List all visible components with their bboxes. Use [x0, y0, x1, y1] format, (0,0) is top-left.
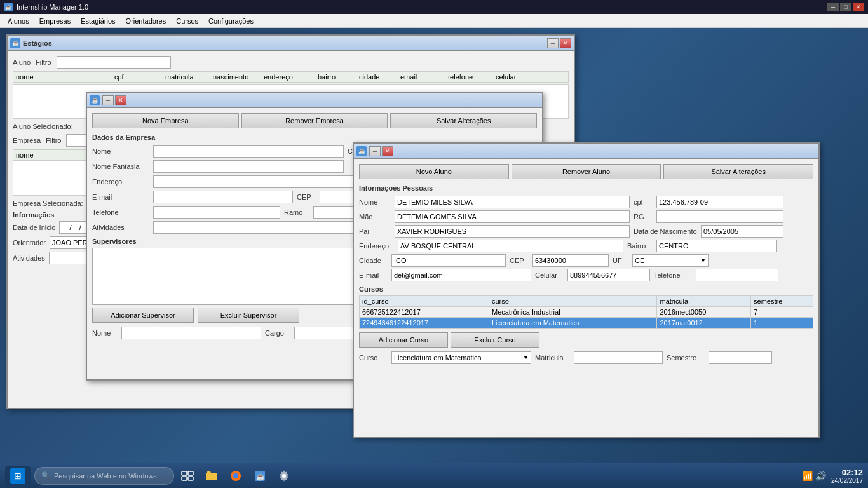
svg-rect-0 [182, 471, 187, 475]
nome-label: Nome [359, 198, 391, 206]
aluno-buttons: Novo Aluno Remover Aluno Salvar Alteraçõ… [359, 164, 813, 179]
empresa-close[interactable]: ✕ [115, 95, 126, 105]
bairro-input[interactable] [656, 240, 777, 252]
nascimento-input[interactable] [701, 225, 783, 238]
empresa-col-nome: nome [16, 151, 34, 159]
app-icon: ☕ [4, 3, 13, 11]
menu-cursos[interactable]: Cursos [171, 16, 203, 26]
search-icon: 🔍 [41, 471, 50, 480]
course-cell-id_curso: 72494346122412017 [360, 318, 489, 329]
uf-input[interactable] [632, 254, 709, 267]
remover-aluno-button[interactable]: Remover Aluno [512, 164, 661, 179]
file-explorer-icon[interactable] [202, 466, 221, 485]
search-placeholder: Pesquisar na Web e no Windows [54, 472, 157, 480]
aluno-content: Novo Aluno Remover Aluno Salvar Alteraçõ… [354, 159, 818, 369]
nascimento-label: Data de Nascimento [634, 227, 697, 235]
firefox-icon[interactable] [226, 466, 245, 485]
rg-label: RG [634, 213, 653, 220]
col-cpf: cpf [114, 73, 165, 81]
cpf-input[interactable] [656, 196, 783, 208]
remover-empresa-button[interactable]: Remover Empresa [241, 113, 388, 128]
empresa-selecionada-label: Empresa Selecionada: [13, 200, 83, 207]
cidade-cep-uf-row: Cidade CEP UF ▼ [359, 254, 813, 267]
col-id-curso: id_curso [360, 296, 489, 307]
endereco-input[interactable] [398, 240, 623, 252]
mae-input[interactable] [395, 210, 630, 223]
salvar-aluno-button[interactable]: Salvar Alterações [663, 164, 813, 179]
nome-input[interactable] [395, 196, 630, 208]
empresa-fantasia-label: Nome Fantasia [92, 163, 149, 170]
col-cidade: cidade [359, 73, 400, 81]
cep-label: CEP [510, 257, 529, 264]
menu-estagiarios[interactable]: Estagiários [76, 16, 120, 26]
excluir-supervisor-button[interactable]: Excluir Supervisor [198, 308, 299, 323]
empresa-window-controls: ─ ✕ [102, 95, 126, 105]
menu-configuracoes[interactable]: Configurações [203, 16, 259, 26]
nome-cpf-row: Nome cpf [359, 196, 813, 208]
titlebar-controls: ─ □ ✕ [827, 3, 864, 11]
aluno-minimize[interactable]: ─ [369, 146, 381, 156]
nova-empresa-button[interactable]: Nova Empresa [92, 113, 239, 128]
novo-aluno-button[interactable]: Novo Aluno [359, 164, 509, 179]
col-matricula: matricula [165, 73, 213, 81]
telefone-input[interactable] [696, 269, 778, 281]
curso-dropdown-input[interactable] [391, 351, 531, 364]
informacoes-label: Informações [13, 211, 54, 219]
semestre-form-input[interactable] [709, 351, 772, 364]
courses-table-header: id_curso curso matricula semestre [360, 296, 813, 307]
excluir-curso-button[interactable]: Excluir Curso [451, 332, 539, 348]
search-bar[interactable]: 🔍 Pesquisar na Web e no Windows [34, 467, 174, 485]
menu-empresas[interactable]: Empresas [34, 16, 76, 26]
empresa-filtro-label: Filtro [46, 137, 61, 144]
course-cell-semestre: 1 [751, 318, 813, 329]
cpf-label: cpf [634, 198, 653, 206]
adicionar-supervisor-button[interactable]: Adicionar Supervisor [92, 308, 194, 323]
start-button[interactable]: ⊞ [5, 466, 31, 485]
java-app-icon[interactable]: ☕ [250, 466, 269, 485]
aluno-close[interactable]: ✕ [382, 146, 393, 156]
empresa-nome-input[interactable] [153, 145, 344, 158]
minimize-button[interactable]: ─ [827, 3, 839, 11]
course-table-row[interactable]: 666725122412017Mecatrônica Industrial201… [360, 307, 813, 318]
salvar-empresa-button[interactable]: Salvar Alterações [390, 113, 537, 128]
settings-icon[interactable] [275, 466, 294, 485]
aluno-window-controls: ─ ✕ [369, 146, 393, 156]
aluno-window-icon: ☕ [356, 146, 367, 156]
matricula-form-input[interactable] [574, 351, 663, 364]
estagio-minimize[interactable]: ─ [547, 38, 559, 48]
empresa-email-input[interactable] [153, 191, 293, 203]
menu-alunos[interactable]: Alunos [3, 16, 34, 26]
pai-label: Pai [359, 227, 391, 235]
supervisor-nome-input[interactable] [121, 327, 261, 339]
email-cel-tel-row: E-mail Celular Telefone [359, 269, 813, 281]
close-button[interactable]: ✕ [853, 3, 864, 11]
estagio-window-controls: ─ ✕ [547, 38, 571, 48]
taskbar-right: 📶 🔊 02:12 24/02/2017 [802, 468, 863, 484]
pai-input[interactable] [395, 225, 630, 238]
course-cell-matricula: 2016mect0050 [657, 307, 751, 318]
empresa-minimize[interactable]: ─ [102, 95, 114, 105]
atividades-label: Atividades [13, 254, 45, 262]
maximize-button[interactable]: □ [840, 3, 851, 11]
taskview-icon[interactable] [178, 466, 197, 485]
course-table-row[interactable]: 72494346122412017Licenciatura em Matemat… [360, 318, 813, 329]
rg-input[interactable] [656, 210, 783, 223]
empresa-tel-input[interactable] [153, 206, 280, 219]
empresa-fantasia-input[interactable] [153, 160, 344, 173]
courses-table-body[interactable]: 666725122412017Mecatrônica Industrial201… [360, 307, 813, 329]
menubar: Alunos Empresas Estagiários Orientadores… [0, 14, 868, 28]
aluno-selecionado-label: Aluno Selecionado: [13, 123, 73, 130]
course-cell-semestre: 7 [751, 307, 813, 318]
aluno-filtro-input[interactable] [57, 56, 171, 69]
col-semestre: semestre [751, 296, 813, 307]
email-input[interactable] [391, 269, 531, 281]
supervisor-nome-label: Nome [92, 329, 118, 337]
estagio-close[interactable]: ✕ [560, 38, 571, 48]
estagio-titlebar: ☕ Estágios ─ ✕ [8, 36, 574, 51]
cidade-input[interactable] [391, 254, 506, 267]
network-icon: 📶 [802, 471, 813, 481]
menu-orientadores[interactable]: Orientadores [121, 16, 172, 26]
adicionar-curso-button[interactable]: Adicionar Curso [359, 332, 448, 348]
cep-input[interactable] [532, 254, 609, 267]
celular-input[interactable] [567, 269, 650, 281]
